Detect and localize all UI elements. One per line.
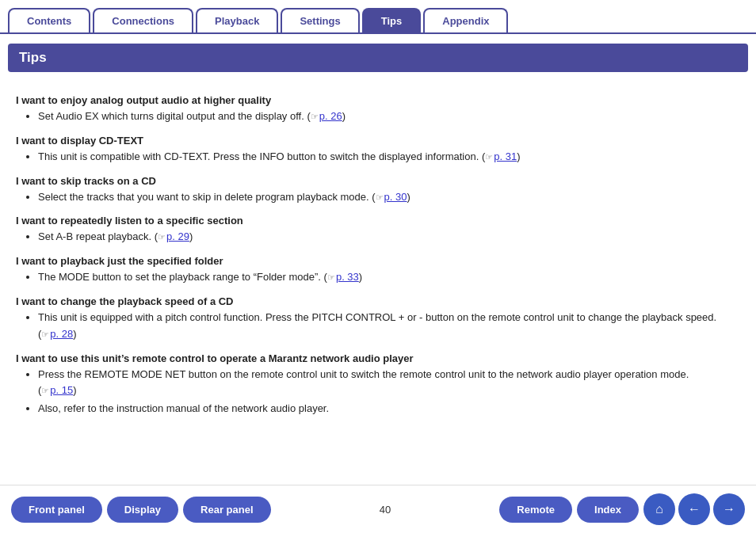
tip-2-link[interactable]: p. 31 [494,150,517,162]
tip-3-text: Select the tracks that you want to skip … [38,191,376,203]
back-icon: ← [688,502,701,516]
rear-panel-button[interactable]: Rear panel [183,497,270,523]
tip-body-4: Set A-B repeat playback. (☞p. 29) [25,229,740,246]
tip-7-text-1: Press the REMOTE MODE NET button on the … [38,368,689,397]
tip-1-suffix: ) [342,110,346,122]
tip-heading-2: I want to display CD-TEXT [16,135,740,147]
tab-playback[interactable]: Playback [196,8,278,32]
tip-heading-1: I want to enjoy analog output audio at h… [16,94,740,106]
tip-heading-4: I want to repeatedly listen to a specifi… [16,215,740,227]
tip-5-link[interactable]: p. 33 [336,271,359,283]
footer-right: Remote Index ⌂ ← → [499,493,745,525]
page-number: 40 [271,504,500,516]
tip-6-link[interactable]: p. 28 [50,328,73,340]
tip-1-link[interactable]: p. 26 [319,110,342,122]
remote-button[interactable]: Remote [499,497,572,523]
tip-2-text: This unit is compatible with CD-TEXT. Pr… [38,150,485,162]
tip-5-suffix: ) [359,271,362,283]
tip-heading-7: I want to use this unit’s remote control… [16,352,740,364]
book-icon-1: ☞ [311,110,319,124]
tip-heading-3: I want to skip tracks on a CD [16,175,740,187]
main-content: I want to enjoy analog output audio at h… [0,80,756,427]
book-icon-4: ☞ [158,230,166,245]
tip-4-suffix: ) [189,230,193,242]
tip-7-text-2: Also, refer to the instruction manual of… [38,402,329,414]
index-button[interactable]: Index [577,497,639,523]
tip-4-link[interactable]: p. 29 [166,230,189,242]
forward-button[interactable]: → [713,493,745,525]
tip-heading-5: I want to playback just the specified fo… [16,255,740,267]
book-icon-2: ☞ [485,150,493,165]
section-title: Tips [8,44,748,72]
book-icon-5: ☞ [327,271,335,285]
tip-7-link[interactable]: p. 15 [50,384,73,396]
tip-body-2: This unit is compatible with CD-TEXT. Pr… [25,149,740,166]
footer-nav-icons: ⌂ ← → [643,493,745,525]
tip-2-suffix: ) [517,150,520,162]
tab-appendix[interactable]: Appendix [423,8,508,32]
tip-body-1: Set Audio EX which turns digital output … [25,109,740,125]
tab-tips[interactable]: Tips [362,8,422,32]
tab-contents[interactable]: Contents [8,8,90,32]
tip-body-3: Select the tracks that you want to skip … [25,189,740,206]
display-button[interactable]: Display [107,497,178,523]
book-icon-6: ☞ [41,328,49,342]
home-icon: ⌂ [655,502,663,516]
tab-bar: Contents Connections Playback Settings T… [0,0,756,34]
tip-6-text: This unit is equipped with a pitch contr… [38,311,716,340]
tip-5-text: The MODE button to set the playback rang… [38,271,327,283]
book-icon-3: ☞ [376,191,384,205]
tab-settings[interactable]: Settings [281,8,359,32]
tip-3-link[interactable]: p. 30 [384,191,407,203]
book-icon-7: ☞ [41,384,49,398]
tip-3-suffix: ) [407,191,410,203]
tip-body-6: This unit is equipped with a pitch contr… [25,310,740,343]
tip-heading-6: I want to change the playback speed of a… [16,295,740,307]
tip-4-text: Set A-B repeat playback. ( [38,230,158,242]
footer: Front panel Display Rear panel 40 Remote… [0,485,756,533]
tip-1-text: Set Audio EX which turns digital output … [38,110,311,122]
tab-connections[interactable]: Connections [93,8,193,32]
forward-icon: → [723,502,735,516]
tip-body-5: The MODE button to set the playback rang… [25,269,740,286]
footer-left: Front panel Display Rear panel [11,497,271,523]
home-button[interactable]: ⌂ [643,493,675,525]
tip-body-7: Press the REMOTE MODE NET button on the … [25,367,740,417]
front-panel-button[interactable]: Front panel [11,497,102,523]
back-button[interactable]: ← [678,493,710,525]
